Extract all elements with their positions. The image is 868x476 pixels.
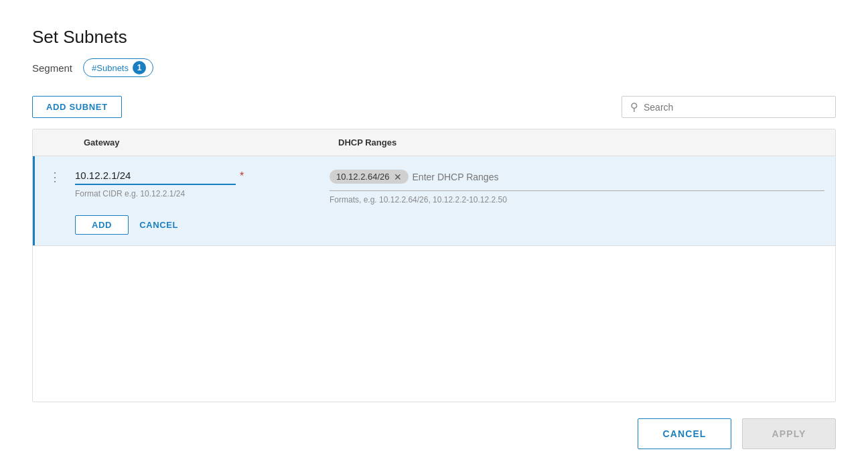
subnets-table: Gateway DHCP Ranges ⋮ * Format CIDR e.g.… [32, 129, 836, 402]
dhcp-tags-area: 10.12.2.64/26 ✕ [330, 167, 824, 191]
segment-row: Segment #Subnets 1 [32, 58, 836, 77]
add-subnet-button[interactable]: ADD SUBNET [32, 96, 122, 118]
row-cancel-button[interactable]: CANCEL [139, 220, 178, 230]
dhcp-cell: 10.12.2.64/26 ✕ Formats, e.g. 10.12.2.64… [330, 167, 835, 204]
row-add-button[interactable]: ADD [75, 215, 129, 235]
page: Set Subnets Segment #Subnets 1 ADD SUBNE… [0, 0, 868, 476]
segment-badge-label: #Subnets [92, 63, 129, 73]
gateway-hint: Format CIDR e.g. 10.12.2.1/24 [75, 189, 319, 198]
required-indicator: * [240, 170, 244, 182]
gateway-input[interactable] [75, 167, 236, 185]
dhcp-tag: 10.12.2.64/26 ✕ [330, 170, 409, 184]
table-row-content: ⋮ * Format CIDR e.g. 10.12.2.1/24 10.12.… [35, 156, 835, 215]
segment-badge-count: 1 [133, 61, 146, 74]
handle-icon: ⋮ [49, 170, 61, 184]
row-drag-handle[interactable]: ⋮ [35, 167, 75, 184]
footer-apply-button: APPLY [742, 418, 836, 449]
gateway-cell: * Format CIDR e.g. 10.12.2.1/24 [75, 167, 330, 198]
toolbar: ADD SUBNET ⚲ [32, 96, 836, 118]
row-actions: ADD CANCEL [35, 215, 835, 245]
dhcp-tag-value: 10.12.2.64/26 [336, 172, 390, 182]
dhcp-hint: Formats, e.g. 10.12.2.64/26, 10.12.2.2-1… [330, 195, 824, 204]
dhcp-ranges-input[interactable] [413, 169, 547, 185]
footer: CANCEL APPLY [32, 418, 836, 449]
segment-label: Segment [32, 62, 72, 74]
col-dhcp: DHCP Ranges [328, 129, 835, 156]
empty-row [33, 245, 835, 267]
dhcp-tag-remove-button[interactable]: ✕ [394, 172, 402, 182]
search-box: ⚲ [622, 96, 836, 118]
segment-badge[interactable]: #Subnets 1 [83, 58, 153, 77]
gateway-input-wrapper: * [75, 167, 319, 185]
search-input[interactable] [644, 102, 827, 113]
footer-cancel-button[interactable]: CANCEL [638, 418, 731, 449]
search-icon: ⚲ [630, 101, 638, 113]
subnet-row: ⋮ * Format CIDR e.g. 10.12.2.1/24 10.12.… [33, 156, 835, 245]
col-gateway: Gateway [73, 129, 328, 156]
row-action-buttons: ADD CANCEL [75, 215, 330, 235]
col-handle [33, 129, 73, 156]
page-title: Set Subnets [32, 27, 836, 48]
table-header: Gateway DHCP Ranges [33, 129, 835, 156]
